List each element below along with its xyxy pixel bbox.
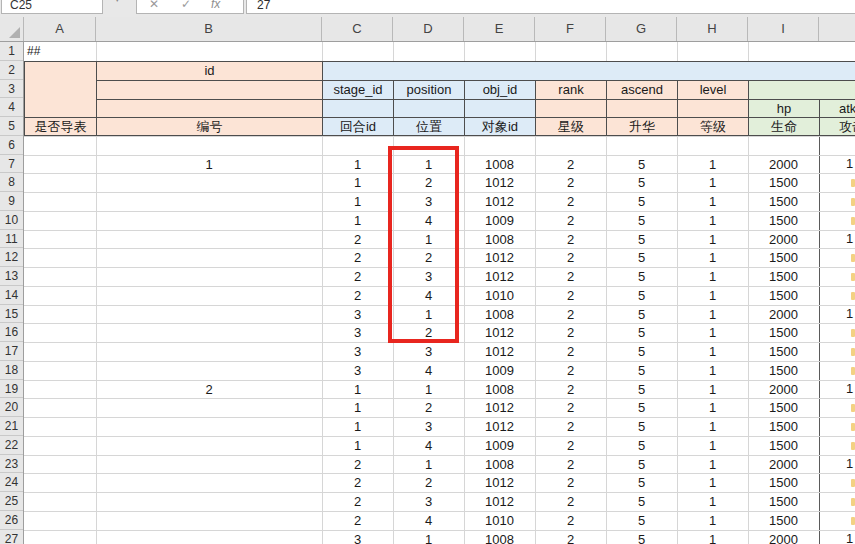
cell-E17[interactable]: 1012	[464, 342, 535, 361]
cell-D27[interactable]: 1	[393, 530, 464, 544]
cell-H26[interactable]: 1	[677, 511, 748, 530]
column-header-E[interactable]: E	[464, 17, 535, 41]
cell-C21[interactable]: 1	[322, 417, 393, 436]
cell-D24[interactable]: 2	[393, 473, 464, 492]
cell-C15[interactable]: 3	[322, 305, 393, 324]
cell-G14[interactable]: 5	[606, 286, 677, 305]
cell-I8[interactable]: 1500	[748, 173, 819, 192]
cell-G19[interactable]: 5	[606, 380, 677, 399]
cell-I10[interactable]: 1500	[748, 211, 819, 230]
row-header-18[interactable]: 18	[0, 361, 23, 380]
cell-E12[interactable]: 1012	[464, 248, 535, 267]
cell-J27-clipped[interactable]: 1	[846, 530, 855, 544]
header-cell-F4[interactable]	[535, 99, 606, 117]
cell-E11[interactable]: 1008	[464, 230, 535, 249]
cell-J15-clipped[interactable]: 1	[846, 305, 855, 324]
header-band-row2[interactable]	[322, 61, 855, 80]
cell-B19[interactable]: 2	[96, 380, 322, 399]
header-atk[interactable]: atk	[819, 99, 855, 117]
cell-H19[interactable]: 1	[677, 380, 748, 399]
cell-F17[interactable]: 2	[535, 342, 606, 361]
cell-F27[interactable]: 2	[535, 530, 606, 544]
header-rank[interactable]: rank	[535, 80, 606, 99]
header-number[interactable]: 编号	[96, 117, 322, 136]
cell-H11[interactable]: 1	[677, 230, 748, 249]
cell-G9[interactable]: 5	[606, 192, 677, 211]
header-cell-B4[interactable]	[96, 99, 322, 117]
cell-F11[interactable]: 2	[535, 230, 606, 249]
cell-F13[interactable]: 2	[535, 267, 606, 286]
cell-G7[interactable]: 5	[606, 155, 677, 174]
header-star-cn[interactable]: 星级	[535, 117, 606, 136]
cell-I13[interactable]: 1500	[748, 267, 819, 286]
cell-J22-clipped-accent[interactable]	[851, 442, 855, 450]
cell-D20[interactable]: 2	[393, 398, 464, 417]
cell-J8-clipped-accent[interactable]	[851, 179, 855, 187]
cell-G8[interactable]: 5	[606, 173, 677, 192]
cell-C14[interactable]: 2	[322, 286, 393, 305]
cell-G12[interactable]: 5	[606, 248, 677, 267]
cell-G20[interactable]: 5	[606, 398, 677, 417]
cell-J19-clipped[interactable]: 1	[846, 380, 855, 399]
cell-F14[interactable]: 2	[535, 286, 606, 305]
cell-C13[interactable]: 2	[322, 267, 393, 286]
row-header-8[interactable]: 8	[0, 173, 23, 192]
row-header-2[interactable]: 2	[0, 61, 23, 80]
cell-D25[interactable]: 3	[393, 492, 464, 511]
row-header-10[interactable]: 10	[0, 211, 23, 230]
cell-F7[interactable]: 2	[535, 155, 606, 174]
cell-H25[interactable]: 1	[677, 492, 748, 511]
cell-I9[interactable]: 1500	[748, 192, 819, 211]
cell-H10[interactable]: 1	[677, 211, 748, 230]
row-header-27[interactable]: 27	[0, 530, 23, 544]
cell-E14[interactable]: 1010	[464, 286, 535, 305]
cell-E16[interactable]: 1012	[464, 323, 535, 342]
row-header-6[interactable]: 6	[0, 136, 23, 155]
header-cell-G4[interactable]	[606, 99, 677, 117]
cell-H16[interactable]: 1	[677, 323, 748, 342]
cell-F26[interactable]: 2	[535, 511, 606, 530]
row-header-15[interactable]: 15	[0, 305, 23, 324]
cell-E25[interactable]: 1012	[464, 492, 535, 511]
row-header-25[interactable]: 25	[0, 492, 23, 511]
header-level[interactable]: level	[677, 80, 748, 99]
cell-J23-clipped[interactable]: 1	[846, 455, 855, 474]
cell-F9[interactable]: 2	[535, 192, 606, 211]
cell-E21[interactable]: 1012	[464, 417, 535, 436]
header-export-flag[interactable]: 是否导表	[24, 117, 96, 136]
cell-I25[interactable]: 1500	[748, 492, 819, 511]
cell-H9[interactable]: 1	[677, 192, 748, 211]
row-header-13[interactable]: 13	[0, 267, 23, 286]
header-ascend-cn[interactable]: 升华	[606, 117, 677, 136]
fx-icon[interactable]: fx	[211, 0, 220, 11]
column-header-A[interactable]: A	[24, 17, 96, 41]
cell-H22[interactable]: 1	[677, 436, 748, 455]
column-header-F[interactable]: F	[535, 17, 606, 41]
row-header-9[interactable]: 9	[0, 192, 23, 211]
name-box-dropdown[interactable]: ▾	[104, 0, 134, 14]
cell-G26[interactable]: 5	[606, 511, 677, 530]
cell-C7[interactable]: 1	[322, 155, 393, 174]
cell-H13[interactable]: 1	[677, 267, 748, 286]
cell-I21[interactable]: 1500	[748, 417, 819, 436]
cell-G23[interactable]: 5	[606, 455, 677, 474]
cell-E22[interactable]: 1009	[464, 436, 535, 455]
row-header-3[interactable]: 3	[0, 80, 23, 99]
cell-H15[interactable]: 1	[677, 305, 748, 324]
cell-F12[interactable]: 2	[535, 248, 606, 267]
cell-C8[interactable]: 1	[322, 173, 393, 192]
cell-I11[interactable]: 2000	[748, 230, 819, 249]
row-header-20[interactable]: 20	[0, 398, 23, 417]
cell-C11[interactable]: 2	[322, 230, 393, 249]
cell-J18-clipped-accent[interactable]	[851, 367, 855, 375]
header-obj-id[interactable]: obj_id	[464, 80, 535, 99]
cell-E10[interactable]: 1009	[464, 211, 535, 230]
cell-G18[interactable]: 5	[606, 361, 677, 380]
cell-J20-clipped-accent[interactable]	[851, 404, 855, 412]
cell-I24[interactable]: 1500	[748, 473, 819, 492]
cell-E19[interactable]: 1008	[464, 380, 535, 399]
cell-H18[interactable]: 1	[677, 361, 748, 380]
cell-D23[interactable]: 1	[393, 455, 464, 474]
cell-E18[interactable]: 1009	[464, 361, 535, 380]
cell-E9[interactable]: 1012	[464, 192, 535, 211]
